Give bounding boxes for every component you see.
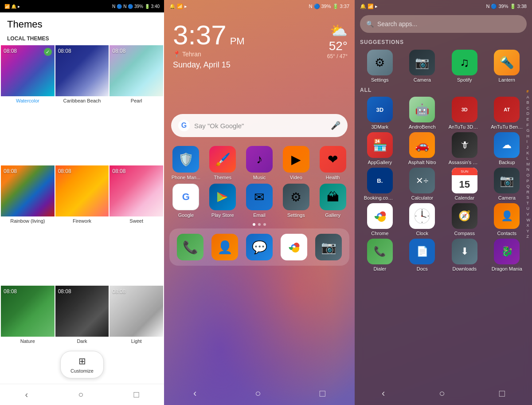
app-playstore[interactable]: Play Store — [206, 184, 239, 218]
theme-selected-watercolor: ✓ — [44, 48, 52, 56]
app-backup[interactable]: ☁ Backup — [487, 132, 527, 165]
app-phone-manager[interactable]: 🛡️ Phone Man... — [169, 146, 203, 180]
alpha-n[interactable]: N — [526, 167, 532, 173]
app-antutu-3d[interactable]: 3D AnTuTu 3DBen... — [445, 97, 485, 130]
alpha-u[interactable]: U — [526, 206, 532, 212]
app-assassin[interactable]: 🗡 Assassin's Cre... — [445, 132, 485, 165]
alpha-l[interactable]: L — [526, 156, 532, 161]
alpha-o[interactable]: O — [526, 173, 532, 178]
theme-time-dark: 08:08 — [58, 288, 71, 295]
dock-messages[interactable]: 💬 — [244, 234, 275, 260]
dock-camera[interactable]: 📷 — [313, 234, 344, 260]
alpha-hash[interactable]: # — [526, 89, 532, 94]
nav-back-center[interactable]: ‹ — [193, 388, 196, 399]
alpha-q[interactable]: Q — [526, 184, 532, 189]
app-androbench[interactable]: 🤖 AndroBench — [403, 97, 442, 130]
app-chrome-drawer[interactable]: Chrome — [360, 203, 400, 236]
theme-caribbean[interactable]: 08:08 Caribbean Beach — [55, 45, 109, 165]
theme-sweet[interactable]: 08:08 Sweet — [110, 165, 163, 285]
mic-icon[interactable]: 🎤 — [331, 121, 340, 130]
app-camera-drawer[interactable]: 📷 Camera — [487, 168, 527, 201]
suggestions-grid: ⚙ Settings 📷 Camera ♫ Spotify 🔦 Lantern — [355, 48, 532, 84]
dock-contacts[interactable]: 👤 — [209, 234, 240, 260]
search-apps-bar[interactable]: 🔍 Search apps... — [360, 15, 527, 33]
app-dialer[interactable]: 📞 Dialer — [360, 239, 400, 271]
theme-firework[interactable]: 08:08 Firework — [55, 165, 109, 285]
alpha-i[interactable]: I — [526, 139, 532, 145]
app-3dmark[interactable]: 3D 3DMark — [360, 97, 400, 130]
app-email[interactable]: ✉ Email — [243, 184, 276, 218]
app-docs[interactable]: 📄 Docs — [403, 239, 442, 271]
app-calculator[interactable]: ✕÷ Calculator — [403, 168, 442, 201]
app-compass[interactable]: 🧭 Compass — [445, 203, 485, 236]
alpha-p[interactable]: P — [526, 178, 532, 184]
alpha-v[interactable]: V — [526, 212, 532, 217]
alpha-m[interactable]: M — [526, 161, 532, 167]
theme-pearl[interactable]: 08:08 Pearl — [110, 45, 163, 165]
theme-rainbow[interactable]: 08:08 Rainbow (living) — [1, 165, 55, 285]
app-google[interactable]: G Google — [169, 184, 203, 218]
alpha-b[interactable]: B — [526, 100, 532, 106]
video-label: Video — [290, 175, 302, 180]
theme-watercolor[interactable]: 08:08 ✓ Watercolor — [1, 45, 55, 165]
nav-recents-center[interactable]: □ — [320, 388, 325, 399]
alpha-c[interactable]: C — [526, 106, 532, 111]
app-settings[interactable]: ⚙ Settings — [279, 184, 313, 218]
themes-icon: 🖌️ — [209, 146, 236, 173]
app-downloads[interactable]: ⬇ Downloads — [445, 239, 485, 271]
nav-home-right[interactable]: ○ — [439, 388, 445, 399]
app-music[interactable]: ♪ Music — [243, 146, 276, 180]
alpha-s[interactable]: S — [526, 195, 532, 201]
app-antutu-bench[interactable]: AT AnTuTu Bench... — [487, 97, 527, 130]
dock-phone[interactable]: 📞 — [175, 234, 206, 260]
alpha-e[interactable]: E — [526, 117, 532, 122]
suggestion-lantern[interactable]: 🔦 Lantern — [487, 50, 527, 83]
alpha-h[interactable]: H — [526, 134, 532, 139]
alphabet-index: # A B C D E F G H I J K L M N O P Q R S … — [526, 89, 532, 240]
nav-home-center[interactable]: ○ — [255, 388, 261, 399]
time-location: 📍 Tehran — [173, 51, 346, 58]
alpha-x[interactable]: X — [526, 223, 532, 228]
nav-recents-icon[interactable]: □ — [133, 389, 139, 400]
bt-icon-right: 🔵 — [491, 4, 497, 9]
alpha-y[interactable]: Y — [526, 228, 532, 234]
time-date: Sunday, April 15 — [173, 60, 346, 70]
app-video[interactable]: ▶ Video — [279, 146, 313, 180]
app-booking[interactable]: B. Booking.com... — [360, 168, 400, 201]
suggestion-settings[interactable]: ⚙ Settings — [360, 50, 400, 83]
spotify-label: Spotify — [457, 77, 472, 83]
app-calendar[interactable]: SUN 15 Calendar — [445, 168, 485, 201]
asphalt-icon: 🚗 — [409, 132, 435, 158]
nav-back-right[interactable]: ‹ — [382, 388, 385, 399]
nav-bar-left: ‹ ○ □ — [0, 384, 164, 405]
chrome-drawer-icon — [367, 203, 393, 229]
suggestion-spotify[interactable]: ♫ Spotify — [445, 50, 485, 83]
app-contacts-drawer[interactable]: 👤 Contacts — [487, 203, 527, 236]
alpha-r[interactable]: R — [526, 189, 532, 195]
suggestion-camera[interactable]: 📷 Camera — [403, 50, 442, 83]
contacts-drawer-label: Contacts — [497, 231, 516, 236]
status-bar-right: 🔔 📶 ▸ N 🔵 39% 🔋 3:38 — [355, 0, 532, 12]
alpha-t[interactable]: T — [526, 201, 532, 206]
app-clock[interactable]: Clock — [403, 203, 442, 236]
alpha-f[interactable]: F — [526, 122, 532, 128]
alpha-d[interactable]: D — [526, 111, 532, 117]
nav-recents-right[interactable]: □ — [499, 388, 505, 399]
dock-chrome[interactable] — [278, 234, 309, 260]
customize-button[interactable]: ⊞ Customize — [60, 351, 104, 378]
nav-back-icon[interactable]: ‹ — [25, 389, 28, 400]
alpha-j[interactable]: J — [526, 145, 532, 150]
app-gallery[interactable]: 🏔 Gallery — [316, 184, 349, 218]
app-themes[interactable]: 🖌️ Themes — [206, 146, 239, 180]
app-health[interactable]: ❤ Health — [316, 146, 349, 180]
google-search-bar[interactable]: G Say "Ok Google" 🎤 — [171, 114, 348, 137]
alpha-g[interactable]: G — [526, 128, 532, 134]
alpha-a[interactable]: A — [526, 94, 532, 100]
nav-home-icon[interactable]: ○ — [78, 389, 83, 400]
app-appgallery[interactable]: 🏪 AppGallery — [360, 132, 400, 165]
alpha-z[interactable]: Z — [526, 234, 532, 240]
app-dragon-mania[interactable]: 🐉 Dragon Mania — [487, 239, 527, 271]
alpha-w[interactable]: W — [526, 217, 532, 223]
app-asphalt[interactable]: 🚗 Asphalt Nitro — [403, 132, 442, 165]
alpha-k[interactable]: K — [526, 150, 532, 156]
